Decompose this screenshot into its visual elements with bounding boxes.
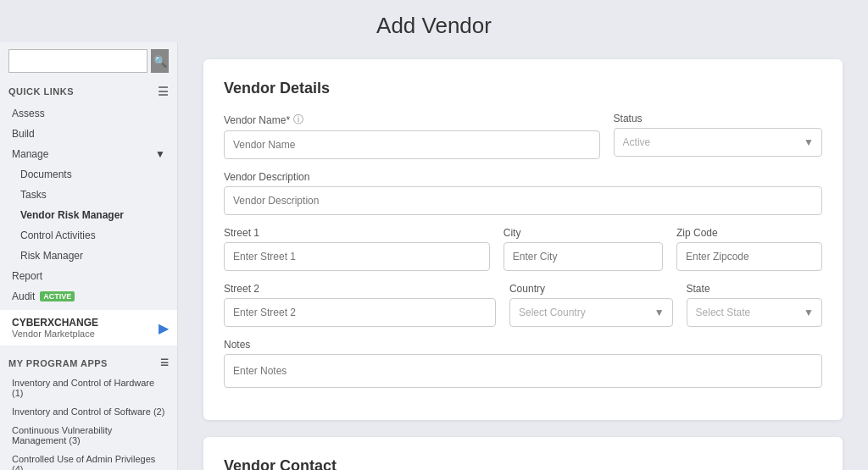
program-item-2[interactable]: Continuous Vulnerability Management (3) <box>0 421 177 450</box>
sidebar-item-assess[interactable]: Assess <box>0 103 177 124</box>
vendor-name-label: Vendor Name* ⓘ <box>224 113 600 127</box>
street2-label: Street 2 <box>224 283 496 295</box>
info-icon: ⓘ <box>293 113 303 127</box>
notes-group: Notes <box>224 339 822 388</box>
form-row-1: Vendor Name* ⓘ Status Active Inactive ▼ <box>224 113 822 159</box>
cyberxchange-subtitle: Vendor Marketplace <box>12 329 98 339</box>
state-label: State <box>687 283 822 295</box>
form-row-4: Street 2 Country Select Country ▼ State <box>224 283 822 327</box>
search-bar: 🔍 <box>0 42 177 80</box>
sidebar-item-vendor-risk-manager[interactable]: Vendor Risk Manager <box>0 205 177 225</box>
sidebar-item-control-activities[interactable]: Control Activities <box>0 225 177 246</box>
sidebar-item-cyberxchange[interactable]: CYBERXCHANGE Vendor Marketplace ▶ <box>0 310 177 346</box>
street1-label: Street 1 <box>224 227 490 239</box>
status-select-wrapper: Active Inactive ▼ <box>614 128 822 157</box>
form-row-2: Vendor Description <box>224 171 822 215</box>
street2-input[interactable] <box>224 298 496 327</box>
cyberxchange-title: CYBERXCHANGE <box>12 317 98 329</box>
status-select[interactable]: Active Inactive <box>614 128 822 157</box>
state-select-wrapper: Select State ▼ <box>687 298 822 327</box>
form-row-3: Street 1 City Zip Code <box>224 227 822 271</box>
vendor-desc-label: Vendor Description <box>224 171 822 183</box>
city-group: City <box>504 227 663 271</box>
quick-links-header: QUICK LINKS ☰ <box>0 80 177 103</box>
country-select[interactable]: Select Country <box>509 298 673 327</box>
my-program-menu-icon: ☰ <box>160 357 170 368</box>
my-program-section: MY PROGRAM APPS ☰ Inventory and Control … <box>0 349 177 470</box>
country-label: Country <box>509 283 673 295</box>
notes-label: Notes <box>224 339 822 351</box>
status-label: Status <box>614 113 822 124</box>
sidebar-item-documents[interactable]: Documents <box>0 164 177 185</box>
vendor-desc-input[interactable] <box>224 186 822 215</box>
chevron-down-icon: ▼ <box>155 148 165 160</box>
city-label: City <box>504 227 663 239</box>
main-content: Vendor Details Vendor Name* ⓘ Status Act… <box>178 42 868 470</box>
vendor-name-group: Vendor Name* ⓘ <box>224 113 600 159</box>
vendor-contact-card: Vendor Contact + Add Contact First Name*… <box>203 437 843 470</box>
program-item-1[interactable]: Inventory and Control of Software (2) <box>0 402 177 421</box>
contact-header: Vendor Contact + Add Contact <box>224 457 822 470</box>
search-input[interactable] <box>8 49 147 73</box>
country-group: Country Select Country ▼ <box>509 283 673 327</box>
form-row-5: Notes <box>224 339 822 388</box>
chevron-right-icon: ▶ <box>159 320 169 336</box>
zipcode-group: Zip Code <box>676 227 822 271</box>
street2-group: Street 2 <box>224 283 496 327</box>
sidebar-item-report[interactable]: Report <box>0 266 177 286</box>
sidebar-item-build[interactable]: Build <box>0 124 177 144</box>
vendor-details-title: Vendor Details <box>224 80 822 97</box>
sidebar-item-audit[interactable]: Audit ACTIVE <box>0 286 177 307</box>
quick-links-section: QUICK LINKS ☰ Assess Build Manage ▼ Docu… <box>0 80 177 307</box>
search-button[interactable]: 🔍 <box>151 49 169 73</box>
street1-group: Street 1 <box>224 227 490 271</box>
city-input[interactable] <box>504 242 663 271</box>
audit-badge: ACTIVE <box>40 291 75 301</box>
my-program-label: MY PROGRAM APPS <box>8 358 108 368</box>
state-group: State Select State ▼ <box>687 283 822 327</box>
vendor-desc-group: Vendor Description <box>224 171 822 215</box>
page-title: Add Vendor <box>376 13 492 39</box>
state-select[interactable]: Select State <box>687 298 822 327</box>
vendor-contact-title: Vendor Contact <box>224 457 337 470</box>
street1-input[interactable] <box>224 242 490 271</box>
program-item-3[interactable]: Controlled Use of Admin Privileges (4) <box>0 450 177 470</box>
country-select-wrapper: Select Country ▼ <box>509 298 673 327</box>
program-item-0[interactable]: Inventory and Control of Hardware (1) <box>0 373 177 402</box>
zipcode-label: Zip Code <box>676 227 822 239</box>
notes-input[interactable] <box>224 354 822 388</box>
sidebar: 🔍 QUICK LINKS ☰ Assess Build Manage ▼ Do… <box>0 42 178 470</box>
sidebar-item-risk-manager[interactable]: Risk Manager <box>0 246 177 266</box>
vendor-name-input[interactable] <box>224 130 600 159</box>
status-group: Status Active Inactive ▼ <box>614 113 822 159</box>
vendor-details-card: Vendor Details Vendor Name* ⓘ Status Act… <box>203 59 843 420</box>
sidebar-item-manage[interactable]: Manage ▼ <box>0 144 177 164</box>
sidebar-item-tasks[interactable]: Tasks <box>0 185 177 205</box>
quick-links-label: QUICK LINKS <box>8 86 74 97</box>
menu-icon: ☰ <box>158 85 170 98</box>
my-program-header: MY PROGRAM APPS ☰ <box>0 352 177 373</box>
zipcode-input[interactable] <box>676 242 822 271</box>
